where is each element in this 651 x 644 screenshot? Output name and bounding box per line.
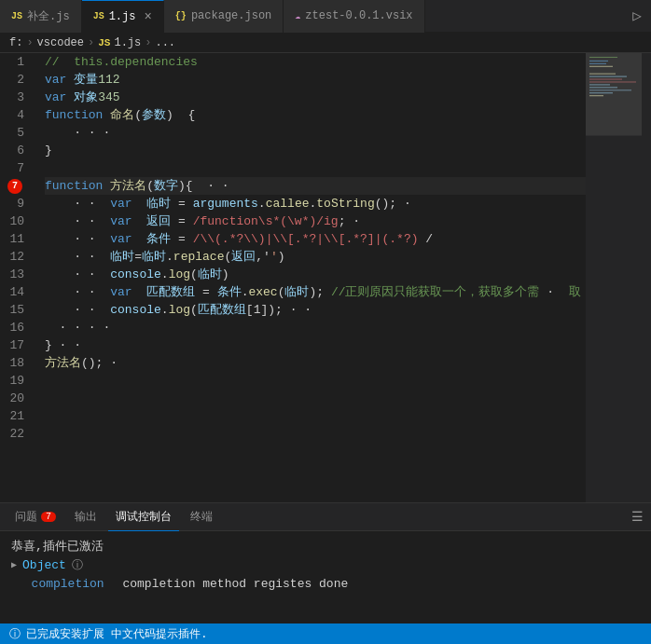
panel-debug-label: 调试控制台 [116,509,172,525]
tab-package[interactable]: {} package.json [164,0,284,33]
code-line-15: · · console . log ( 匹配数组 [1]); · · [45,301,586,319]
line-num-19: 19 [0,372,30,390]
code-line-22 [45,425,586,443]
panel-terminal-label: 终端 [190,509,213,525]
completion-method-text: completion [32,577,104,591]
panel-output-label: 输出 [75,509,97,525]
expand-arrow-icon[interactable]: ▶ [11,559,17,570]
panel-tab-debug[interactable]: 调试控制台 [108,503,179,531]
tab-label-package: package.json [191,9,271,22]
tab-buquan[interactable]: JS 补全.js [0,0,82,33]
code-line-1: // this.dependencies [45,53,586,71]
panel-tab-terminal[interactable]: 终端 [183,503,220,531]
panel-line-1: 恭喜,插件已激活 [11,537,640,555]
line-num-13: 13 [0,266,30,283]
run-button[interactable]: ▷ [623,7,651,25]
line-num-15: 15 [0,301,30,319]
code-line-4: function 命名 ( 参数 ) { [45,106,586,124]
line-num-17: 17 [0,336,30,354]
code-line-6: } [45,142,586,159]
tab-json-icon: {} [175,11,187,21]
breadcrumb-ellipsis: ... [155,36,175,49]
plugin-activated-text: 恭喜,插件已激活 [11,538,104,555]
code-line-14: · · var 匹配数组 = 条件 . exec ( 临时 ); //正则原因只… [45,283,586,301]
panel-tab-bar: 问题 7 输出 调试控制台 终端 ☰ [0,503,651,531]
line-num-11: 11 [0,230,30,248]
bottom-panel: 问题 7 输出 调试控制台 终端 ☰ 恭喜,插件已激活 ▶ Object ⓘ c… [0,502,651,623]
status-info-icon: ⓘ [9,626,21,642]
breakpoint-7[interactable]: 7 [7,179,22,194]
tab-label-buquan: 补全.js [27,8,70,24]
tab-1js[interactable]: JS 1.js × [82,0,164,33]
panel-problems-label: 问题 [15,509,37,525]
line-num-7-marker: 7 [0,177,30,195]
code-line-3: var 对象 345 [45,89,586,106]
line-num-12: 12 [0,248,30,266]
object-label: Object [22,558,66,572]
tab-js-icon-buquan: JS [11,11,22,21]
tab-label-vsix: ztest-0.0.1.vsix [305,9,412,22]
tab-bar: JS 补全.js JS 1.js × {} package.json ☁ zte… [0,0,651,33]
completion-rest-text: completion method registes done [122,577,348,591]
code-line-17: } · · [45,336,586,354]
status-text: 已完成安装扩展 中文代码提示插件. [26,626,642,642]
breadcrumb-1js[interactable]: 1.js [114,36,141,49]
code-line-10: · · var 返回 = /function\s*(\w*)/ig ; · [45,212,586,230]
line-num-18: 18 [0,354,30,372]
panel-line-3: completion completion method registes do… [11,574,640,593]
line-num-6: 6 [0,142,30,159]
breadcrumb-vscodee[interactable]: vscodee [37,36,84,49]
breadcrumb-js-icon: JS [98,37,110,48]
line-num-7: 7 [0,159,30,177]
panel-actions: ☰ [631,509,644,525]
minimap-svg [586,53,642,502]
line-num-4: 4 [0,106,30,124]
code-line-19 [45,372,586,390]
line-num-14: 14 [0,283,30,301]
code-line-18: 方法名 (); · [45,354,586,372]
line-num-9: 9 [0,195,30,212]
panel-menu-icon[interactable]: ☰ [631,509,644,525]
line-num-2: 2 [0,71,30,89]
minimap[interactable] [586,53,642,502]
vertical-scrollbar[interactable] [642,53,651,502]
status-bar: ⓘ 已完成安装扩展 中文代码提示插件. [0,623,651,644]
code-line-11: · · var 条件 = /\\(.*?\\)|\\[.*?|\\[.*?]|(… [45,230,586,248]
code-line-16: · · · · [45,319,586,336]
line-num-10: 10 [0,212,30,230]
tab-label-1js: 1.js [109,10,136,23]
tab-vsix-icon: ☁ [295,10,300,21]
panel-tab-output[interactable]: 输出 [67,503,104,531]
tab-vsix[interactable]: ☁ ztest-0.0.1.vsix [284,0,424,33]
code-editor[interactable]: // this.dependencies var 变量 112 var 对象 3… [37,53,586,502]
line-num-21: 21 [0,407,30,425]
editor-area: 1 2 3 4 5 6 7 7 9 10 11 12 13 14 15 16 1… [0,53,651,502]
code-line-8: function 方法名 ( 数字 ){ · · [45,177,586,195]
breadcrumb: f: › vscodee › JS 1.js › ... [0,33,651,53]
code-line-9: · · var 临时 = arguments . callee . toStri… [45,195,586,212]
line-num-20: 20 [0,390,30,407]
code-line-13: · · console . log ( 临时 ) [45,266,586,283]
code-line-7 [45,159,586,177]
tab-js-icon-1js: JS [93,11,104,21]
info-icon: ⓘ [72,557,83,573]
code-line-21 [45,407,586,425]
svg-rect-14 [586,53,642,136]
line-num-1: 1 [0,53,30,71]
panel-line-2: ▶ Object ⓘ [11,555,640,574]
line-num-5: 5 [0,124,30,142]
line-num-22: 22 [0,425,30,443]
code-line-2: var 变量 112 [45,71,586,89]
line-num-16: 16 [0,319,30,336]
problems-badge: 7 [41,512,56,522]
code-line-20 [45,390,586,407]
tab-close-1js[interactable]: × [144,9,151,24]
breadcrumb-f[interactable]: f: [9,36,22,49]
code-line-12: · · 临时 = 临时 . replace ( 返回 ,' ' ) [45,248,586,266]
panel-content: 恭喜,插件已激活 ▶ Object ⓘ completion completio… [0,531,651,623]
line-numbers: 1 2 3 4 5 6 7 7 9 10 11 12 13 14 15 16 1… [0,53,37,502]
line-num-3: 3 [0,89,30,106]
code-line-5: · · · [45,124,586,142]
panel-tab-problems[interactable]: 问题 7 [7,503,63,531]
